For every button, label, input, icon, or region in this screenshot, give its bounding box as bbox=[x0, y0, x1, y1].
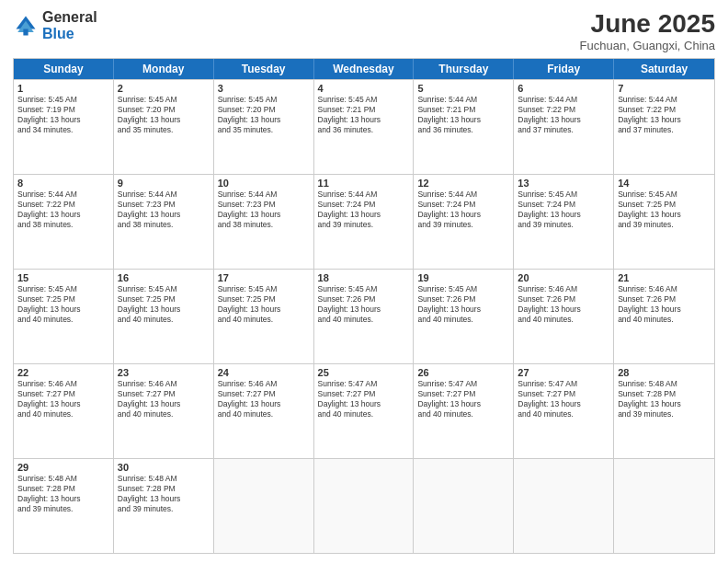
logo-general-text: General bbox=[42, 9, 97, 26]
calendar-cell: 19Sunrise: 5:45 AM Sunset: 7:26 PM Dayli… bbox=[414, 270, 514, 363]
day-info: Sunrise: 5:45 AM Sunset: 7:26 PM Dayligh… bbox=[417, 284, 509, 325]
calendar-week-3: 15Sunrise: 5:45 AM Sunset: 7:25 PM Dayli… bbox=[14, 269, 714, 363]
header-day-friday: Friday bbox=[514, 59, 614, 79]
day-info: Sunrise: 5:45 AM Sunset: 7:25 PM Dayligh… bbox=[618, 190, 711, 230]
calendar-cell: 16Sunrise: 5:45 AM Sunset: 7:25 PM Dayli… bbox=[114, 270, 214, 363]
calendar-cell bbox=[614, 459, 714, 553]
day-info: Sunrise: 5:45 AM Sunset: 7:25 PM Dayligh… bbox=[17, 284, 109, 325]
day-number: 7 bbox=[618, 83, 711, 94]
day-number: 20 bbox=[518, 272, 609, 283]
day-number: 21 bbox=[618, 272, 711, 283]
calendar-cell: 8Sunrise: 5:44 AM Sunset: 7:22 PM Daylig… bbox=[14, 175, 114, 269]
header-day-tuesday: Tuesday bbox=[214, 59, 314, 79]
calendar-cell: 27Sunrise: 5:47 AM Sunset: 7:27 PM Dayli… bbox=[514, 364, 614, 458]
day-number: 28 bbox=[618, 367, 711, 378]
calendar-header: SundayMondayTuesdayWednesdayThursdayFrid… bbox=[14, 59, 714, 79]
calendar-cell bbox=[514, 459, 614, 553]
header-day-thursday: Thursday bbox=[414, 59, 514, 79]
day-number: 2 bbox=[118, 83, 210, 94]
day-number: 12 bbox=[417, 178, 509, 189]
day-info: Sunrise: 5:45 AM Sunset: 7:26 PM Dayligh… bbox=[318, 284, 410, 325]
day-number: 19 bbox=[417, 272, 509, 283]
calendar-cell: 9Sunrise: 5:44 AM Sunset: 7:23 PM Daylig… bbox=[114, 175, 214, 269]
calendar-cell: 28Sunrise: 5:48 AM Sunset: 7:28 PM Dayli… bbox=[614, 364, 714, 458]
day-info: Sunrise: 5:45 AM Sunset: 7:21 PM Dayligh… bbox=[318, 95, 410, 135]
day-info: Sunrise: 5:46 AM Sunset: 7:26 PM Dayligh… bbox=[518, 284, 609, 325]
calendar-cell: 3Sunrise: 5:45 AM Sunset: 7:20 PM Daylig… bbox=[214, 80, 314, 174]
day-number: 3 bbox=[218, 83, 310, 94]
day-number: 15 bbox=[17, 272, 109, 283]
calendar-cell: 2Sunrise: 5:45 AM Sunset: 7:20 PM Daylig… bbox=[114, 80, 214, 174]
day-info: Sunrise: 5:47 AM Sunset: 7:27 PM Dayligh… bbox=[417, 379, 509, 419]
day-info: Sunrise: 5:44 AM Sunset: 7:21 PM Dayligh… bbox=[417, 95, 509, 135]
day-number: 13 bbox=[518, 178, 609, 189]
logo-blue-text: Blue bbox=[42, 26, 97, 42]
header-day-wednesday: Wednesday bbox=[314, 59, 415, 79]
calendar-week-5: 29Sunrise: 5:48 AM Sunset: 7:28 PM Dayli… bbox=[14, 458, 714, 553]
calendar-cell: 13Sunrise: 5:45 AM Sunset: 7:24 PM Dayli… bbox=[514, 175, 614, 269]
day-number: 22 bbox=[17, 367, 109, 378]
svg-rect-2 bbox=[23, 29, 28, 35]
day-info: Sunrise: 5:45 AM Sunset: 7:20 PM Dayligh… bbox=[218, 95, 310, 135]
calendar-cell: 18Sunrise: 5:45 AM Sunset: 7:26 PM Dayli… bbox=[314, 270, 415, 363]
calendar-cell: 22Sunrise: 5:46 AM Sunset: 7:27 PM Dayli… bbox=[14, 364, 114, 458]
calendar-cell: 15Sunrise: 5:45 AM Sunset: 7:25 PM Dayli… bbox=[14, 270, 114, 363]
day-info: Sunrise: 5:45 AM Sunset: 7:25 PM Dayligh… bbox=[218, 284, 310, 325]
calendar-cell: 10Sunrise: 5:44 AM Sunset: 7:23 PM Dayli… bbox=[214, 175, 314, 269]
day-info: Sunrise: 5:46 AM Sunset: 7:27 PM Dayligh… bbox=[17, 379, 109, 419]
logo: General Blue bbox=[13, 9, 97, 41]
day-number: 8 bbox=[17, 178, 109, 189]
day-info: Sunrise: 5:46 AM Sunset: 7:27 PM Dayligh… bbox=[118, 379, 210, 419]
day-info: Sunrise: 5:44 AM Sunset: 7:24 PM Dayligh… bbox=[318, 190, 410, 230]
day-number: 27 bbox=[518, 367, 609, 378]
calendar-cell: 1Sunrise: 5:45 AM Sunset: 7:19 PM Daylig… bbox=[14, 80, 114, 174]
calendar-week-4: 22Sunrise: 5:46 AM Sunset: 7:27 PM Dayli… bbox=[14, 363, 714, 458]
day-number: 10 bbox=[218, 178, 310, 189]
calendar-cell: 6Sunrise: 5:44 AM Sunset: 7:22 PM Daylig… bbox=[514, 80, 614, 174]
day-info: Sunrise: 5:46 AM Sunset: 7:26 PM Dayligh… bbox=[618, 284, 711, 325]
day-number: 11 bbox=[318, 178, 410, 189]
calendar-cell bbox=[314, 459, 415, 553]
calendar-cell: 24Sunrise: 5:46 AM Sunset: 7:27 PM Dayli… bbox=[214, 364, 314, 458]
day-info: Sunrise: 5:44 AM Sunset: 7:23 PM Dayligh… bbox=[218, 190, 310, 230]
calendar-cell: 7Sunrise: 5:44 AM Sunset: 7:22 PM Daylig… bbox=[614, 80, 714, 174]
month-title: June 2025 bbox=[580, 9, 715, 39]
day-number: 26 bbox=[417, 367, 509, 378]
calendar-cell bbox=[214, 459, 314, 553]
day-info: Sunrise: 5:47 AM Sunset: 7:27 PM Dayligh… bbox=[318, 379, 410, 419]
calendar-cell: 17Sunrise: 5:45 AM Sunset: 7:25 PM Dayli… bbox=[214, 270, 314, 363]
calendar-cell: 5Sunrise: 5:44 AM Sunset: 7:21 PM Daylig… bbox=[414, 80, 514, 174]
title-block: June 2025 Fuchuan, Guangxi, China bbox=[580, 9, 715, 52]
calendar-cell: 26Sunrise: 5:47 AM Sunset: 7:27 PM Dayli… bbox=[414, 364, 514, 458]
day-info: Sunrise: 5:46 AM Sunset: 7:27 PM Dayligh… bbox=[218, 379, 310, 419]
day-number: 16 bbox=[118, 272, 210, 283]
day-number: 29 bbox=[17, 462, 109, 473]
day-info: Sunrise: 5:44 AM Sunset: 7:22 PM Dayligh… bbox=[518, 95, 609, 135]
location-subtitle: Fuchuan, Guangxi, China bbox=[580, 39, 715, 52]
calendar-week-2: 8Sunrise: 5:44 AM Sunset: 7:22 PM Daylig… bbox=[14, 174, 714, 269]
day-number: 5 bbox=[417, 83, 509, 94]
page: General Blue June 2025 Fuchuan, Guangxi,… bbox=[0, 0, 728, 563]
header-day-sunday: Sunday bbox=[14, 59, 114, 79]
day-info: Sunrise: 5:45 AM Sunset: 7:24 PM Dayligh… bbox=[518, 190, 609, 230]
calendar-body: 1Sunrise: 5:45 AM Sunset: 7:19 PM Daylig… bbox=[14, 79, 714, 553]
calendar-cell: 20Sunrise: 5:46 AM Sunset: 7:26 PM Dayli… bbox=[514, 270, 614, 363]
day-number: 9 bbox=[118, 178, 210, 189]
day-number: 17 bbox=[218, 272, 310, 283]
day-info: Sunrise: 5:48 AM Sunset: 7:28 PM Dayligh… bbox=[118, 474, 210, 514]
logo-icon bbox=[13, 13, 39, 39]
calendar-week-1: 1Sunrise: 5:45 AM Sunset: 7:19 PM Daylig… bbox=[14, 79, 714, 174]
day-info: Sunrise: 5:45 AM Sunset: 7:20 PM Dayligh… bbox=[118, 95, 210, 135]
calendar-cell bbox=[414, 459, 514, 553]
day-number: 30 bbox=[118, 462, 210, 473]
day-number: 6 bbox=[518, 83, 609, 94]
calendar: SundayMondayTuesdayWednesdayThursdayFrid… bbox=[13, 58, 715, 554]
day-number: 25 bbox=[318, 367, 410, 378]
calendar-cell: 14Sunrise: 5:45 AM Sunset: 7:25 PM Dayli… bbox=[614, 175, 714, 269]
calendar-cell: 21Sunrise: 5:46 AM Sunset: 7:26 PM Dayli… bbox=[614, 270, 714, 363]
day-info: Sunrise: 5:47 AM Sunset: 7:27 PM Dayligh… bbox=[518, 379, 609, 419]
day-number: 1 bbox=[17, 83, 109, 94]
day-info: Sunrise: 5:45 AM Sunset: 7:25 PM Dayligh… bbox=[118, 284, 210, 325]
header-day-saturday: Saturday bbox=[614, 59, 714, 79]
calendar-cell: 11Sunrise: 5:44 AM Sunset: 7:24 PM Dayli… bbox=[314, 175, 415, 269]
